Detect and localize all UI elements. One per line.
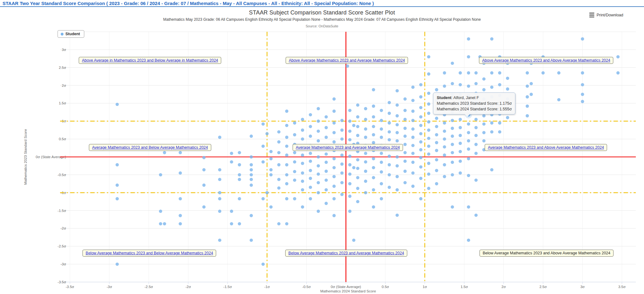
- data-point[interactable]: [443, 175, 446, 178]
- data-point[interactable]: [325, 115, 328, 118]
- data-point[interactable]: [419, 140, 422, 143]
- data-point[interactable]: [356, 158, 359, 161]
- data-point[interactable]: [388, 173, 391, 176]
- data-point[interactable]: [435, 88, 438, 91]
- data-point[interactable]: [238, 222, 241, 225]
- data-point[interactable]: [380, 119, 383, 122]
- data-point[interactable]: [356, 115, 359, 118]
- data-point[interactable]: [285, 109, 288, 113]
- data-point[interactable]: [250, 163, 253, 166]
- data-point[interactable]: [325, 136, 328, 139]
- data-point[interactable]: [293, 151, 296, 154]
- data-point[interactable]: [364, 118, 367, 121]
- quadrant-label-above-above[interactable]: Above Average Mathematics 2023 and Above…: [479, 57, 613, 64]
- data-point[interactable]: [265, 132, 269, 135]
- data-point[interactable]: [301, 162, 304, 165]
- data-point[interactable]: [443, 121, 446, 125]
- data-point[interactable]: [325, 126, 328, 129]
- data-point[interactable]: [443, 85, 446, 88]
- data-point[interactable]: [380, 182, 383, 185]
- data-point[interactable]: [261, 145, 264, 148]
- data-point[interactable]: [230, 222, 233, 225]
- data-point[interactable]: [458, 159, 462, 163]
- data-point[interactable]: [301, 205, 304, 208]
- data-point[interactable]: [340, 129, 343, 132]
- data-point[interactable]: [159, 210, 162, 213]
- data-point[interactable]: [269, 168, 273, 171]
- data-point[interactable]: [526, 85, 529, 88]
- data-point[interactable]: [475, 126, 478, 129]
- data-point[interactable]: [115, 197, 119, 200]
- data-point[interactable]: [458, 171, 462, 175]
- data-point[interactable]: [419, 177, 422, 180]
- data-point[interactable]: [388, 138, 391, 141]
- data-point[interactable]: [388, 130, 391, 133]
- data-point[interactable]: [356, 103, 359, 107]
- data-point[interactable]: [340, 163, 343, 166]
- data-point[interactable]: [218, 136, 221, 139]
- data-point[interactable]: [372, 125, 375, 128]
- data-point[interactable]: [458, 118, 462, 121]
- data-point[interactable]: [467, 131, 470, 134]
- data-point[interactable]: [250, 184, 253, 187]
- data-point[interactable]: [451, 173, 454, 176]
- data-point[interactable]: [403, 109, 407, 112]
- data-point[interactable]: [269, 173, 273, 176]
- data-point[interactable]: [340, 137, 343, 141]
- data-point[interactable]: [301, 180, 304, 183]
- data-point[interactable]: [340, 153, 343, 157]
- data-point[interactable]: [443, 137, 446, 141]
- data-point[interactable]: [419, 124, 422, 127]
- data-point[interactable]: [218, 168, 221, 171]
- data-point[interactable]: [482, 122, 486, 125]
- data-point[interactable]: [557, 71, 560, 75]
- data-point[interactable]: [403, 181, 407, 184]
- data-point[interactable]: [419, 95, 422, 98]
- data-point[interactable]: [356, 134, 359, 137]
- data-point[interactable]: [427, 162, 430, 165]
- data-point[interactable]: [411, 109, 414, 113]
- data-point[interactable]: [427, 72, 430, 75]
- data-point[interactable]: [411, 99, 414, 102]
- data-point[interactable]: [372, 166, 375, 169]
- data-point[interactable]: [250, 168, 253, 171]
- data-point[interactable]: [301, 171, 304, 175]
- data-point[interactable]: [380, 152, 383, 155]
- data-point[interactable]: [581, 37, 584, 41]
- data-point[interactable]: [443, 153, 446, 157]
- data-point[interactable]: [467, 55, 470, 58]
- data-point[interactable]: [498, 71, 501, 75]
- data-point[interactable]: [506, 116, 509, 119]
- data-point[interactable]: [218, 210, 221, 213]
- data-point[interactable]: [309, 113, 312, 116]
- data-point[interactable]: [581, 71, 584, 75]
- data-point[interactable]: [396, 164, 399, 167]
- data-point[interactable]: [581, 100, 584, 103]
- data-point[interactable]: [435, 117, 438, 120]
- data-point[interactable]: [250, 135, 253, 138]
- data-point[interactable]: [396, 131, 399, 134]
- data-point[interactable]: [581, 83, 584, 86]
- data-point[interactable]: [388, 163, 391, 166]
- data-point[interactable]: [285, 182, 288, 185]
- data-point[interactable]: [427, 103, 430, 106]
- quadrant-label-average-below[interactable]: Average Mathematics 2023 and Below Avera…: [89, 144, 211, 151]
- data-point[interactable]: [309, 135, 312, 138]
- data-point[interactable]: [356, 176, 359, 179]
- data-point[interactable]: [482, 77, 486, 80]
- data-point[interactable]: [526, 71, 529, 75]
- data-point[interactable]: [356, 125, 359, 128]
- data-point[interactable]: [238, 151, 241, 154]
- data-point[interactable]: [467, 147, 470, 151]
- data-point[interactable]: [163, 222, 166, 225]
- data-point[interactable]: [218, 178, 221, 181]
- data-point[interactable]: [218, 197, 221, 200]
- data-point[interactable]: [451, 151, 454, 154]
- data-point[interactable]: [490, 71, 493, 75]
- data-point[interactable]: [332, 109, 336, 113]
- data-point[interactable]: [317, 107, 320, 110]
- data-point[interactable]: [475, 143, 478, 146]
- data-point[interactable]: [293, 160, 296, 164]
- data-point[interactable]: [115, 263, 119, 266]
- data-point[interactable]: [202, 184, 205, 187]
